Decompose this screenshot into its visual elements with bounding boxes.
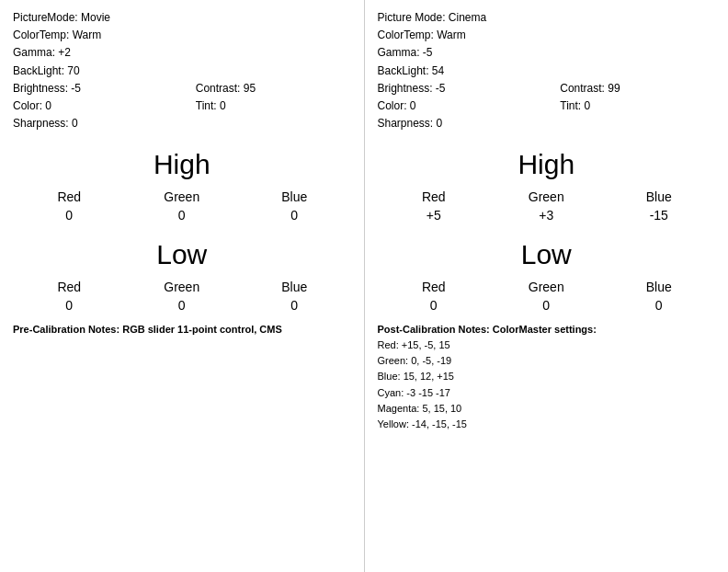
right-low-green-val: 0 <box>490 298 603 313</box>
right-low-red-label: Red <box>378 280 491 294</box>
left-notes-title: Pre-Calibration Notes: RGB slider 11-poi… <box>13 322 351 337</box>
left-low-title: Low <box>13 239 351 270</box>
left-low-red-label: Red <box>13 280 126 294</box>
left-low-rgb-values: 0 0 0 <box>13 298 351 313</box>
left-picture-mode: PictureMode: Movie <box>13 9 351 27</box>
left-high-green-val: 0 <box>126 208 239 223</box>
right-info-block: Picture Mode: Cinema ColorTemp: Warm Gam… <box>378 9 716 132</box>
right-sharpness: Sharpness: 0 <box>378 115 716 132</box>
left-color: Color: 0 <box>13 97 168 115</box>
right-tint: Tint: 0 <box>560 97 715 115</box>
right-notes-line: Yellow: -14, -15, -15 <box>378 417 716 432</box>
right-panel: Picture Mode: Cinema ColorTemp: Warm Gam… <box>365 0 729 572</box>
left-high-rgb-values: 0 0 0 <box>13 208 351 223</box>
left-low-green-val: 0 <box>126 298 239 313</box>
right-high-rgb-header: Red Green Blue <box>378 189 716 204</box>
left-low-red-val: 0 <box>13 298 126 313</box>
right-notes-line: Cyan: -3 -15 -17 <box>378 385 716 401</box>
right-high-green-val: +3 <box>490 208 603 223</box>
left-high-blue-label: Blue <box>238 189 351 204</box>
right-low-blue-val: 0 <box>603 298 716 313</box>
left-sharpness: Sharpness: 0 <box>13 115 351 132</box>
left-gamma: Gamma: +2 <box>13 44 351 62</box>
left-low-blue-label: Blue <box>238 280 351 294</box>
right-high-green-label: Green <box>490 189 603 204</box>
left-backlight: BackLight: 70 <box>13 63 351 80</box>
left-high-green-label: Green <box>126 189 239 204</box>
right-low-red-val: 0 <box>378 298 491 313</box>
right-high-blue-val: -15 <box>603 208 716 223</box>
right-high-rgb-values: +5 +3 -15 <box>378 208 716 223</box>
right-notes-line: Green: 0, -5, -19 <box>378 353 716 369</box>
main-container: PictureMode: Movie ColorTemp: Warm Gamma… <box>0 0 728 572</box>
left-color-temp: ColorTemp: Warm <box>13 27 351 44</box>
left-low-rgb-header: Red Green Blue <box>13 280 351 294</box>
left-high-blue-val: 0 <box>238 208 351 223</box>
left-info-block: PictureMode: Movie ColorTemp: Warm Gamma… <box>13 9 351 132</box>
right-notes-line: Magenta: 5, 15, 10 <box>378 401 716 417</box>
right-gamma: Gamma: -5 <box>378 44 716 62</box>
right-notes-lines: Red: +15, -5, 15Green: 0, -5, -19Blue: 1… <box>378 337 716 431</box>
left-brightness: Brightness: -5 <box>13 80 168 97</box>
right-low-green-label: Green <box>490 280 603 294</box>
left-tint: Tint: 0 <box>196 97 351 115</box>
left-contrast: Contrast: 95 <box>196 80 351 97</box>
left-low-blue-val: 0 <box>238 298 351 313</box>
right-low-blue-label: Blue <box>603 280 716 294</box>
right-color: Color: 0 <box>378 97 533 115</box>
left-notes: Pre-Calibration Notes: RGB slider 11-poi… <box>13 322 351 337</box>
right-high-red-label: Red <box>378 189 491 204</box>
right-low-rgb-values: 0 0 0 <box>378 298 716 313</box>
right-backlight: BackLight: 54 <box>378 63 716 80</box>
left-high-title: High <box>13 149 351 180</box>
right-color-temp: ColorTemp: Warm <box>378 27 716 44</box>
right-notes-line: Red: +15, -5, 15 <box>378 337 716 353</box>
right-high-blue-label: Blue <box>603 189 716 204</box>
left-high-red-label: Red <box>13 189 126 204</box>
right-low-title: Low <box>378 239 716 270</box>
right-contrast: Contrast: 99 <box>560 80 715 97</box>
right-notes-line: Blue: 15, 12, +15 <box>378 369 716 384</box>
right-low-rgb-header: Red Green Blue <box>378 280 716 294</box>
right-high-red-val: +5 <box>378 208 491 223</box>
right-notes-title: Post-Calibration Notes: ColorMaster sett… <box>378 322 716 337</box>
right-brightness: Brightness: -5 <box>378 80 533 97</box>
left-high-rgb-header: Red Green Blue <box>13 189 351 204</box>
right-picture-mode: Picture Mode: Cinema <box>378 9 716 27</box>
right-notes: Post-Calibration Notes: ColorMaster sett… <box>378 322 716 431</box>
right-high-title: High <box>378 149 716 180</box>
left-high-red-val: 0 <box>13 208 126 223</box>
left-low-green-label: Green <box>126 280 239 294</box>
left-panel: PictureMode: Movie ColorTemp: Warm Gamma… <box>0 0 365 572</box>
